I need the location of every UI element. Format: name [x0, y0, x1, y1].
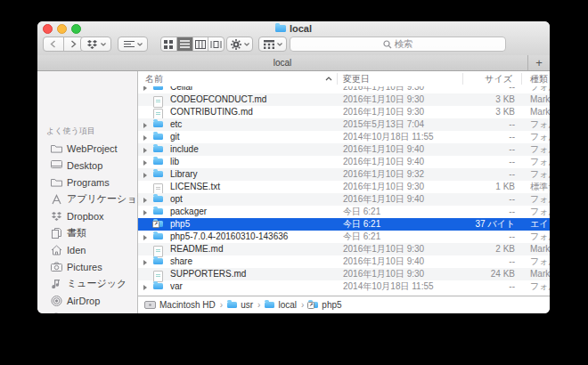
sidebar-item-label: Programs — [67, 177, 110, 188]
file-row[interactable]: Library 2016年1月10日 9:32 -- フォル — [138, 168, 550, 181]
search-input[interactable]: 検索 — [290, 36, 506, 52]
column-divider[interactable] — [462, 73, 463, 85]
file-kind: フォル — [530, 131, 550, 143]
folder-icon — [153, 283, 163, 290]
file-row[interactable]: include 2016年1月10日 9:40 -- フォル — [138, 143, 550, 156]
file-date: 2016年1月10日 9:40 — [343, 193, 459, 206]
dropbox-menu-button[interactable] — [80, 36, 111, 52]
sidebar-item-label: Desktop — [67, 160, 102, 171]
file-kind: フォル — [530, 206, 550, 218]
finder-window: local — [37, 21, 550, 313]
file-row[interactable]: README.md 2016年1月10日 9:30 2 KB Mark — [138, 243, 550, 256]
path-item-macintosh-hd[interactable]: Macintosh HD — [144, 300, 216, 310]
disclosure-triangle-icon[interactable] — [143, 148, 147, 153]
column-header-size[interactable]: サイズ — [485, 73, 512, 85]
desktop-icon — [50, 159, 62, 172]
file-kind: フォル — [530, 156, 550, 168]
column-header-kind[interactable]: 種類 — [530, 73, 548, 85]
disclosure-triangle-icon[interactable] — [143, 198, 147, 203]
back-button[interactable] — [44, 37, 63, 51]
icon-view-button[interactable] — [161, 37, 176, 51]
tags-menu-button[interactable] — [258, 36, 287, 52]
file-name: LICENSE.txt — [170, 181, 332, 193]
column-divider[interactable] — [337, 73, 338, 85]
file-size: -- — [453, 193, 515, 206]
file-row-selected[interactable]: ↗ php5 今日 6:21 37 バイト エイリ — [138, 218, 550, 231]
file-row[interactable]: git 2014年10月18日 11:55 -- フォル — [138, 131, 550, 143]
sidebar-item-music[interactable]: ミュージック — [37, 275, 138, 292]
path-item-label: php5 — [322, 300, 341, 310]
disclosure-triangle-icon[interactable] — [143, 123, 147, 128]
disclosure-triangle-icon[interactable] — [143, 260, 147, 265]
file-kind: フォル — [530, 231, 550, 243]
item-arrangement-button[interactable] — [118, 36, 148, 52]
file-row[interactable]: CODEOFCONDUCT.md 2016年1月10日 9:30 3 KB Ma… — [138, 93, 550, 106]
folder-icon — [153, 146, 163, 153]
new-tab-button[interactable]: + — [527, 55, 550, 70]
file-date: 2016年1月10日 9:30 — [343, 268, 459, 280]
sidebar-item-label: Downloads — [67, 312, 115, 314]
column-divider[interactable] — [521, 73, 522, 85]
file-row[interactable]: Cellar 2016年1月10日 9:30 -- フォル — [138, 86, 550, 93]
path-item-local[interactable]: local — [265, 300, 297, 310]
file-name: packager — [170, 206, 332, 218]
file-row[interactable]: lib 2016年1月10日 9:40 -- フォル — [138, 156, 550, 168]
sidebar-item-iden[interactable]: Iden — [37, 241, 138, 258]
file-row[interactable]: LICENSE.txt 2016年1月10日 9:30 1 KB 標準テ — [138, 181, 550, 193]
list-view-button[interactable] — [176, 37, 192, 51]
sidebar-item-webproject[interactable]: WebProject — [37, 140, 138, 157]
file-row[interactable]: php5-7.0.4-20160310-143636 今日 6:21 -- フォ… — [138, 231, 550, 243]
folder-icon — [153, 134, 163, 141]
file-date: 2016年1月10日 9:30 — [343, 106, 459, 118]
file-row[interactable]: var 2014年10月18日 11:55 -- フォル — [138, 280, 550, 293]
disclosure-triangle-icon[interactable] — [143, 160, 147, 166]
sidebar-item-documents[interactable]: 書類 — [37, 224, 138, 241]
file-row[interactable]: SUPPORTERS.md 2016年1月10日 9:30 24 KB Mark — [138, 268, 550, 280]
action-menu-button[interactable] — [226, 36, 253, 52]
chevron-left-icon — [50, 40, 56, 48]
file-name: php5-7.0.4-20160310-143636 — [170, 231, 332, 243]
file-row[interactable]: opt 2016年1月10日 9:40 -- フォル — [138, 193, 550, 206]
sidebar-item-label: アプリケーション — [67, 192, 147, 206]
file-list: Cellar 2016年1月10日 9:30 -- フォル CODEOFCOND… — [138, 86, 550, 296]
file-size: -- — [453, 231, 515, 243]
file-size: 37 バイト — [453, 218, 515, 231]
file-name: git — [170, 131, 332, 143]
file-kind: フォル — [530, 86, 550, 93]
disk-icon — [144, 300, 156, 310]
column-view-button[interactable] — [192, 37, 208, 51]
path-item-php5[interactable]: ↗ php5 — [308, 300, 341, 310]
airdrop-icon — [50, 295, 62, 307]
disclosure-triangle-icon[interactable] — [143, 135, 147, 141]
tab-local[interactable]: local — [37, 55, 527, 70]
file-name: include — [170, 143, 332, 156]
folder-icon — [153, 121, 163, 128]
sidebar-item-downloads[interactable]: Downloads — [37, 309, 138, 313]
sidebar-item-desktop[interactable]: Desktop — [37, 157, 138, 174]
sidebar-item-programs[interactable]: Programs — [37, 174, 138, 191]
column-header-date[interactable]: 変更日 — [343, 73, 370, 85]
file-size: -- — [453, 206, 515, 218]
folder-icon — [153, 158, 163, 166]
disclosure-triangle-icon[interactable] — [143, 285, 147, 290]
sidebar-item-applications[interactable]: アプリケーション — [37, 191, 138, 207]
disclosure-triangle-icon[interactable] — [143, 210, 147, 215]
disclosure-triangle-icon[interactable] — [143, 86, 147, 91]
file-row[interactable]: CONTRIBUTING.md 2016年1月10日 9:30 3 KB Mar… — [138, 106, 550, 118]
chevron-down-icon — [101, 43, 106, 46]
file-row[interactable]: etc 2015年5月13日 7:04 -- フォル — [138, 118, 550, 131]
column-header-name[interactable]: 名前 — [145, 73, 163, 85]
sidebar-item-airdrop[interactable]: AirDrop — [37, 292, 138, 309]
sidebar-item-pictures[interactable]: Pictures — [37, 258, 138, 275]
file-row[interactable]: share 2016年1月10日 9:40 -- フォル — [138, 256, 550, 268]
file-row[interactable]: packager 今日 6:21 -- フォル — [138, 206, 550, 218]
alias-badge-icon: ↗ — [152, 221, 159, 228]
disclosure-triangle-icon[interactable] — [143, 173, 147, 178]
path-item-usr[interactable]: usr — [227, 300, 253, 310]
coverflow-view-button[interactable] — [208, 37, 224, 51]
file-name: CODEOFCONDUCT.md — [170, 93, 332, 106]
file-name: lib — [170, 156, 332, 168]
disclosure-triangle-icon[interactable] — [143, 235, 147, 240]
sidebar-item-dropbox[interactable]: Dropbox — [37, 207, 138, 224]
folder-icon — [153, 208, 163, 215]
